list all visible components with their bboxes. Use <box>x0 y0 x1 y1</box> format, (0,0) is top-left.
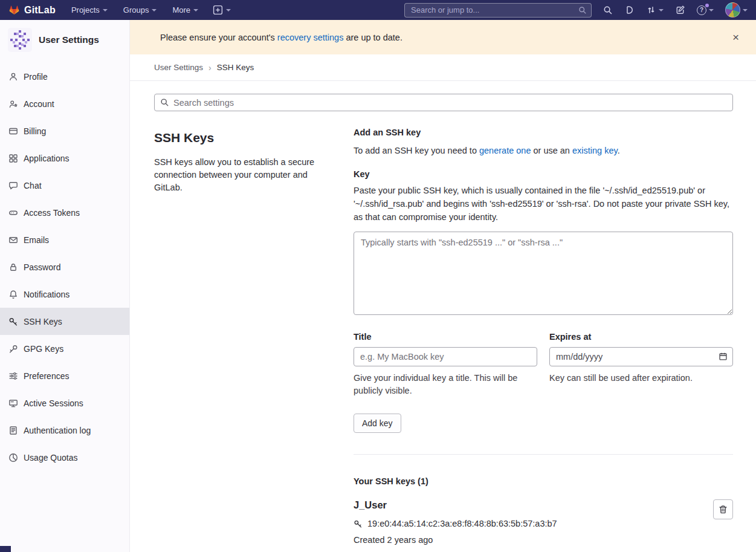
emails-icon <box>8 235 18 245</box>
expires-label: Expires at <box>549 332 733 342</box>
sidebar-item-gpg-keys[interactable]: GPG Keys <box>0 335 129 362</box>
sidebar-item-active-sessions[interactable]: Active Sessions <box>0 389 129 417</box>
chevron-down-icon <box>193 9 198 11</box>
nav-groups-label: Groups <box>123 5 149 15</box>
expires-field-group: Expires at Key can still be used after e… <box>549 332 733 397</box>
chevron-down-icon <box>743 9 748 11</box>
main-content: Please ensure your account's recovery se… <box>130 20 756 552</box>
sidebar-item-label: Billing <box>24 126 46 136</box>
chat-icon <box>8 181 18 190</box>
merge-request-icon <box>646 5 656 15</box>
merge-requests-button[interactable] <box>646 5 664 15</box>
sidebar-item-password[interactable]: Password <box>0 253 129 281</box>
ssh-key-fingerprint-row: 19:e0:44:a5:14:c2:3a:e8:f8:48:8b:63:5b:5… <box>354 519 557 528</box>
sidebar-item-account[interactable]: Account <box>0 90 129 117</box>
add-key-intro: To add an SSH key you need to generate o… <box>354 146 733 155</box>
search-icon <box>603 5 613 15</box>
sidebar-header: User Settings <box>0 28 129 52</box>
existing-key-link[interactable]: existing key <box>572 146 618 155</box>
todo-edit-icon <box>675 5 685 15</box>
page-body: SSH Keys SSH keys allow you to establish… <box>130 81 756 552</box>
key-title-input[interactable] <box>354 347 537 366</box>
ssh-key-created: Created 2 years ago <box>354 535 557 545</box>
sidebar-item-authentication-log[interactable]: Authentication log <box>0 417 129 444</box>
help-menu[interactable]: ? <box>697 5 714 15</box>
section-description-column: SSH Keys SSH keys allow you to establish… <box>154 126 354 552</box>
nav-more-menu[interactable]: More <box>172 5 198 15</box>
sidebar-item-label: Usage Quotas <box>24 453 78 463</box>
billing-icon <box>8 126 18 136</box>
sidebar-item-usage-quotas[interactable]: Usage Quotas <box>0 444 129 471</box>
sidebar-item-label: SSH Keys <box>24 317 62 326</box>
issues-button[interactable] <box>624 5 635 15</box>
ssh-key-fingerprint: 19:e0:44:a5:14:c2:3a:e8:f8:48:8b:63:5b:5… <box>367 519 557 528</box>
sidebar-item-label: GPG Keys <box>24 344 63 354</box>
usage-quotas-pie-icon <box>8 453 18 463</box>
chevron-down-icon <box>103 9 108 11</box>
alert-close-button[interactable]: × <box>729 30 743 44</box>
sidebar-item-ssh-keys[interactable]: SSH Keys <box>0 308 129 335</box>
plus-square-icon <box>213 5 223 15</box>
gpg-keys-icon <box>8 344 18 354</box>
ssh-key-list-item: J_User 19:e0:44:a5:14:c2:3a:e8:f8:48:8b:… <box>354 499 733 552</box>
access-tokens-icon <box>8 208 18 218</box>
sidebar-item-label: Profile <box>24 72 48 82</box>
navbar-right: ? <box>404 2 748 18</box>
title-help-text: Give your individual key a title. This w… <box>354 372 537 397</box>
sidebar-item-emails[interactable]: Emails <box>0 226 129 253</box>
add-key-heading: Add an SSH key <box>354 128 733 137</box>
recovery-settings-link[interactable]: recovery settings <box>277 33 344 42</box>
sidebar-title: User Settings <box>39 34 99 45</box>
add-key-button[interactable]: Add key <box>354 414 401 433</box>
sidebar-item-applications[interactable]: Applications <box>0 144 129 172</box>
authentication-log-icon <box>8 426 18 435</box>
sidebar-item-chat[interactable]: Chat <box>0 172 129 199</box>
your-ssh-keys-heading: Your SSH keys (1) <box>354 476 733 486</box>
sidebar-item-profile[interactable]: Profile <box>0 63 129 90</box>
chevron-down-icon <box>709 9 714 11</box>
page-layout: User Settings Profile Account Billing <box>0 20 756 552</box>
breadcrumb: User Settings › SSH Keys <box>130 54 756 81</box>
todos-button[interactable] <box>675 5 685 15</box>
brand-title: GitLab <box>24 5 56 16</box>
new-item-menu[interactable] <box>213 5 231 15</box>
sidebar-collapse-corner[interactable] <box>0 546 11 552</box>
sidebar-item-label: Active Sessions <box>24 398 83 408</box>
sidebar-item-notifications[interactable]: Notifications <box>0 281 129 308</box>
global-search-input[interactable] <box>404 3 592 18</box>
page-description: SSH keys allow you to establish a secure… <box>154 156 326 194</box>
help-icon: ? <box>697 5 706 15</box>
expires-at-input[interactable] <box>549 347 733 366</box>
profile-icon <box>8 72 18 82</box>
user-identicon-avatar <box>8 28 32 52</box>
breadcrumb-ssh-keys: SSH Keys <box>217 63 254 72</box>
nav-projects-menu[interactable]: Projects <box>71 5 108 15</box>
breadcrumb-user-settings[interactable]: User Settings <box>154 63 203 72</box>
issues-icon <box>624 5 635 15</box>
search-button[interactable] <box>603 5 613 15</box>
sidebar-item-label: Access Tokens <box>24 208 80 218</box>
top-navbar: GitLab Projects Groups More <box>0 0 756 20</box>
section-form-column: Add an SSH key To add an SSH key you nee… <box>354 126 733 552</box>
search-icon <box>578 6 587 15</box>
sidebar-item-billing[interactable]: Billing <box>0 117 129 144</box>
alert-text: Please ensure your account's recovery se… <box>160 33 402 42</box>
generate-one-link[interactable]: generate one <box>479 146 531 155</box>
section-divider <box>354 454 733 455</box>
gitlab-home-link[interactable]: GitLab <box>8 4 56 16</box>
sidebar-item-access-tokens[interactable]: Access Tokens <box>0 199 129 226</box>
sidebar-nav: Profile Account Billing Applications Cha… <box>0 63 129 471</box>
recovery-settings-alert: Please ensure your account's recovery se… <box>130 20 756 54</box>
delete-key-button[interactable] <box>713 499 733 519</box>
notifications-bell-icon <box>8 290 18 299</box>
nav-groups-menu[interactable]: Groups <box>123 5 157 15</box>
settings-search-input[interactable] <box>154 94 733 111</box>
ssh-key-textarea[interactable] <box>354 232 733 315</box>
applications-icon <box>8 154 18 163</box>
key-description: Paste your public SSH key, which is usua… <box>354 184 733 224</box>
preferences-sliders-icon <box>8 371 18 381</box>
ssh-keys-icon <box>8 317 18 326</box>
sidebar-item-label: Authentication log <box>24 426 91 435</box>
user-menu[interactable] <box>725 2 748 18</box>
sidebar-item-preferences[interactable]: Preferences <box>0 362 129 389</box>
